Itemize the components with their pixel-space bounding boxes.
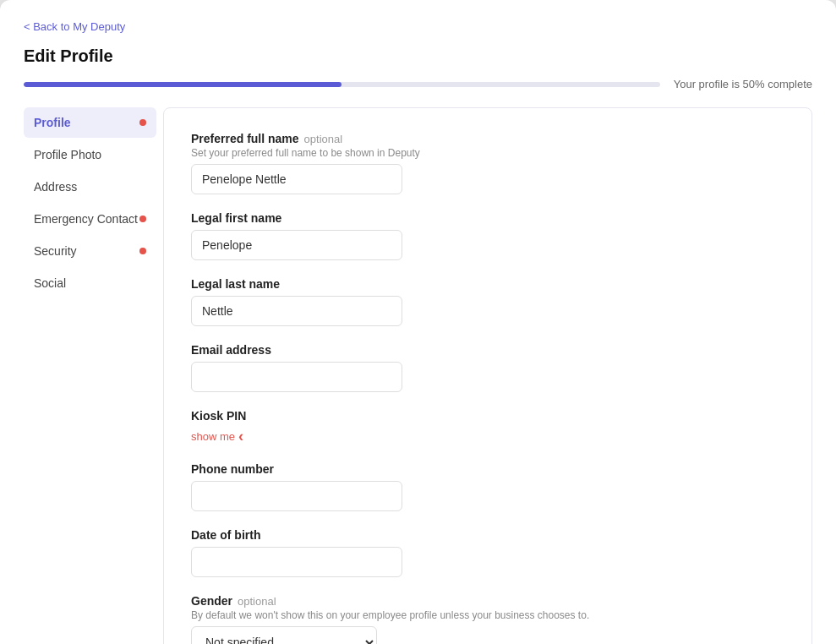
kiosk-pin-group: Kiosk PIN show me ‹ xyxy=(191,409,784,445)
legal-first-name-label: Legal first name xyxy=(191,211,784,225)
email-address-group: Email address xyxy=(191,343,784,392)
sidebar-item-social[interactable]: Social xyxy=(24,268,156,298)
preferred-full-name-input[interactable] xyxy=(191,164,402,194)
date-of-birth-group: Date of birth xyxy=(191,528,784,577)
form-panel: Preferred full name optional Set your pr… xyxy=(163,107,812,644)
sidebar-item-label: Address xyxy=(34,180,77,194)
progress-text: Your profile is 50% complete xyxy=(674,78,812,90)
gender-group: Gender optional By default we won't show… xyxy=(191,594,784,644)
sidebar-item-label: Emergency Contact xyxy=(34,212,138,226)
phone-number-label: Phone number xyxy=(191,462,784,476)
page-title: Edit Profile xyxy=(24,46,812,66)
email-address-input[interactable] xyxy=(191,362,402,392)
sidebar-item-profile[interactable]: Profile xyxy=(24,107,156,138)
phone-number-input[interactable] xyxy=(191,481,402,511)
legal-last-name-group: Legal last name xyxy=(191,277,784,326)
gender-label: Gender optional xyxy=(191,594,784,608)
legal-last-name-label: Legal last name xyxy=(191,277,784,291)
main-content: Profile Profile Photo Address Emergency … xyxy=(24,107,812,644)
show-me-label: show me xyxy=(191,430,235,443)
preferred-full-name-label: Preferred full name optional xyxy=(191,132,784,145)
kiosk-pin-label: Kiosk PIN xyxy=(191,409,784,423)
progress-bar-fill xyxy=(24,82,342,87)
preferred-full-name-hint: Set your preferred full name to be shown… xyxy=(191,147,784,159)
date-of-birth-label: Date of birth xyxy=(191,528,784,542)
gender-select[interactable]: Not specified Male Female Non-binary Pre… xyxy=(191,626,377,644)
phone-number-group: Phone number xyxy=(191,462,784,511)
sidebar-item-dot xyxy=(139,119,146,126)
sidebar-item-security[interactable]: Security xyxy=(24,236,156,266)
sidebar-item-label: Security xyxy=(34,244,77,258)
arrow-left-icon: ‹ xyxy=(238,428,243,445)
progress-row: Your profile is 50% complete xyxy=(24,78,812,90)
date-of-birth-input[interactable] xyxy=(191,547,402,577)
sidebar-item-address[interactable]: Address xyxy=(24,172,156,202)
preferred-full-name-group: Preferred full name optional Set your pr… xyxy=(191,132,784,194)
sidebar-item-label: Profile xyxy=(34,116,71,129)
sidebar-item-label: Social xyxy=(34,276,66,290)
sidebar-item-profile-photo[interactable]: Profile Photo xyxy=(24,139,156,170)
sidebar-item-dot xyxy=(139,216,146,222)
legal-last-name-input[interactable] xyxy=(191,296,402,326)
gender-hint: By default we won't show this on your em… xyxy=(191,609,784,621)
email-address-label: Email address xyxy=(191,343,784,357)
legal-first-name-input[interactable] xyxy=(191,230,402,260)
sidebar-item-label: Profile Photo xyxy=(34,148,101,161)
sidebar: Profile Profile Photo Address Emergency … xyxy=(24,107,163,644)
edit-profile-window: < Back to My Deputy Edit Profile Your pr… xyxy=(0,0,836,644)
kiosk-pin-show-me-link[interactable]: show me ‹ xyxy=(191,428,243,445)
sidebar-item-dot xyxy=(139,248,146,254)
sidebar-item-emergency-contact[interactable]: Emergency Contact xyxy=(24,204,156,234)
progress-bar-track xyxy=(24,82,660,87)
legal-first-name-group: Legal first name xyxy=(191,211,784,260)
back-link[interactable]: < Back to My Deputy xyxy=(24,20,812,33)
